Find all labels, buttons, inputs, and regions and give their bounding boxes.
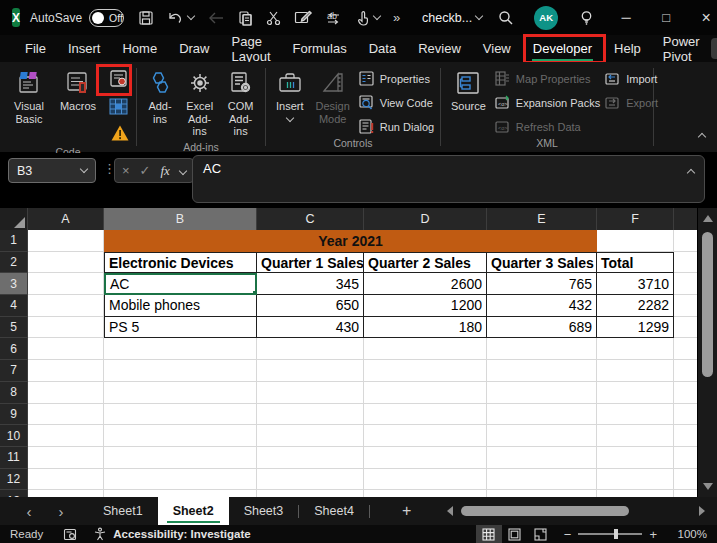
cell-F6[interactable]	[597, 338, 674, 360]
scroll-up-icon[interactable]	[703, 215, 713, 222]
cell-E10[interactable]	[487, 425, 597, 447]
cell-E9[interactable]	[487, 404, 597, 426]
row-header-6[interactable]: 6	[0, 338, 28, 360]
select-all-corner[interactable]	[0, 208, 28, 230]
tab-power-pivot[interactable]: Power Pivot	[652, 35, 711, 62]
cell-B11[interactable]	[104, 447, 257, 469]
touch-mouse-mode-icon[interactable]	[356, 10, 380, 26]
scroll-down-icon[interactable]	[703, 483, 713, 490]
cell-B4[interactable]: Mobile phones	[104, 295, 257, 317]
sheet-nav-right-icon[interactable]: ›	[46, 503, 76, 520]
row-header-10[interactable]: 10	[0, 425, 28, 447]
column-header-E[interactable]: E	[487, 208, 597, 230]
undo-dropdown-chevron-icon[interactable]	[187, 12, 195, 20]
cell-E8[interactable]	[487, 382, 597, 404]
cell-E7[interactable]	[487, 360, 597, 382]
save-icon[interactable]	[138, 10, 154, 26]
cell-A3[interactable]	[28, 273, 104, 295]
page-layout-view-icon[interactable]	[502, 525, 528, 543]
row-header-2[interactable]: 2	[0, 252, 28, 274]
cell-E6[interactable]	[487, 338, 597, 360]
cell-F12[interactable]	[597, 469, 674, 491]
zoom-slider[interactable]: − +	[564, 527, 657, 542]
row-header-13[interactable]: 13	[0, 490, 28, 497]
add-ins-button[interactable]: Add-ins	[143, 66, 177, 128]
row-header-12[interactable]: 12	[0, 469, 28, 491]
cell-B12[interactable]	[104, 469, 257, 491]
macro-record-status-icon[interactable]	[63, 528, 77, 541]
cell-A9[interactable]	[28, 404, 104, 426]
account-avatar[interactable]: AK	[534, 6, 558, 30]
zoom-out-icon[interactable]: −	[564, 527, 572, 542]
row-header-4[interactable]: 4	[0, 295, 28, 317]
cell-E2[interactable]: Quarter 3 Sales	[487, 252, 597, 274]
cell-E4[interactable]: 432	[487, 295, 597, 317]
vertical-scroll-thumb[interactable]	[702, 232, 713, 377]
tab-draw[interactable]: Draw	[168, 35, 220, 62]
visual-basic-button[interactable]: Visual Basic	[6, 66, 52, 128]
cell-C3[interactable]: 345	[257, 273, 364, 295]
cell-D9[interactable]	[364, 404, 487, 426]
cell-C7[interactable]	[257, 360, 364, 382]
cancel-entry-icon[interactable]: ×	[122, 163, 130, 178]
cell-B13[interactable]	[104, 490, 257, 497]
workbook-title[interactable]: checkb...	[422, 11, 482, 25]
cell-A12[interactable]	[28, 469, 104, 491]
record-macro-icon[interactable]	[108, 68, 130, 94]
row-header-1[interactable]: 1	[0, 230, 28, 252]
cell-E11[interactable]	[487, 447, 597, 469]
expansion-packs-button[interactable]: <o> Expansion Packs	[494, 92, 600, 113]
lightbulb-icon[interactable]	[566, 0, 606, 35]
collapse-ribbon-chevron-icon[interactable]	[695, 126, 705, 144]
tab-developer[interactable]: Developer	[522, 35, 603, 62]
cell-C8[interactable]	[257, 382, 364, 404]
cell-D10[interactable]	[364, 425, 487, 447]
cell-B10[interactable]	[104, 425, 257, 447]
macro-security-icon[interactable]	[110, 124, 130, 146]
cell-D6[interactable]	[364, 338, 487, 360]
comments-button[interactable]	[711, 38, 717, 59]
row-header-9[interactable]: 9	[0, 404, 28, 426]
tab-review[interactable]: Review	[407, 35, 472, 62]
tab-page-layout[interactable]: Page Layout	[221, 35, 282, 62]
cell-F11[interactable]	[597, 447, 674, 469]
properties-button[interactable]: Properties	[358, 68, 434, 89]
column-header-D[interactable]: D	[364, 208, 487, 230]
sheet-tab-sheet1[interactable]: Sheet1	[88, 497, 158, 525]
fill-handle[interactable]	[252, 290, 257, 295]
xml-source-button[interactable]: Source	[447, 66, 490, 116]
confirm-entry-icon[interactable]: ✓	[140, 163, 151, 178]
cell-F10[interactable]	[597, 425, 674, 447]
maximize-button[interactable]: □	[646, 0, 686, 35]
sheet-tab-sheet2[interactable]: Sheet2	[158, 497, 229, 525]
horizontal-scrollbar[interactable]	[447, 504, 705, 518]
collapse-formula-bar-icon[interactable]	[687, 169, 695, 177]
cell-E5[interactable]: 689	[487, 317, 597, 339]
normal-view-icon[interactable]	[476, 525, 502, 543]
cell-A1[interactable]	[28, 230, 104, 252]
sheet-nav-left-icon[interactable]: ‹	[14, 503, 44, 520]
use-relative-references-icon[interactable]	[108, 97, 130, 121]
merged-title-cell[interactable]: Year 2021	[104, 230, 597, 252]
import-button[interactable]: Import	[604, 68, 658, 89]
row-header-11[interactable]: 11	[0, 447, 28, 469]
close-button[interactable]: ×	[686, 0, 717, 35]
cell-D11[interactable]	[364, 447, 487, 469]
zoom-level[interactable]: 100%	[665, 528, 707, 540]
sheet-tab-sheet4[interactable]: Sheet4	[299, 497, 369, 525]
cell-A7[interactable]	[28, 360, 104, 382]
cell-B9[interactable]	[104, 404, 257, 426]
horizontal-scroll-thumb[interactable]	[461, 506, 629, 516]
tab-home[interactable]: Home	[111, 35, 168, 62]
fx-chevron-icon[interactable]	[179, 166, 187, 174]
tab-view[interactable]: View	[472, 35, 522, 62]
qat-overflow-icon[interactable]: »	[393, 10, 400, 25]
minimize-button[interactable]: ─	[606, 0, 646, 35]
row-header-3[interactable]: 3	[0, 273, 28, 295]
cell-D12[interactable]	[364, 469, 487, 491]
formula-input[interactable]: AC	[192, 155, 705, 203]
cell-D4[interactable]: 1200	[364, 295, 487, 317]
row-header-7[interactable]: 7	[0, 360, 28, 382]
tab-insert[interactable]: Insert	[57, 35, 112, 62]
scroll-right-icon[interactable]	[699, 506, 705, 516]
